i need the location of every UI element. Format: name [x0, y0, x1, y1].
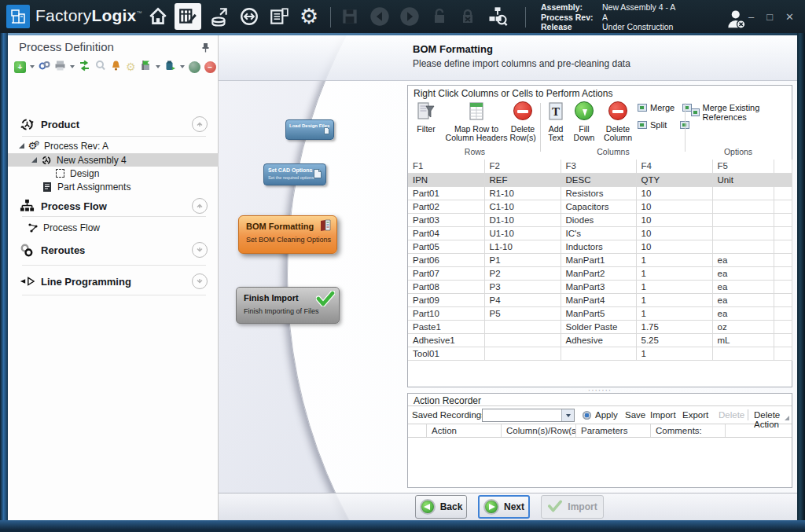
bom-cell[interactable]: [774, 240, 792, 253]
bom-cell[interactable]: [774, 253, 792, 266]
flag-dropdown-caret[interactable]: [156, 65, 160, 68]
collapse-up-icon[interactable]: [192, 116, 208, 132]
bom-cell[interactable]: [712, 347, 774, 360]
step-card-set-cad-options[interactable]: Set CAD Options Set the required options: [263, 163, 326, 185]
bom-cell[interactable]: Solder Paste: [561, 320, 636, 333]
tree-item-new-assembly[interactable]: New Assembly 4: [8, 153, 219, 167]
expander-icon[interactable]: [19, 143, 24, 149]
delete-recording-button[interactable]: Delete: [719, 410, 744, 420]
process-definition-tab-icon[interactable]: [175, 3, 201, 30]
bom-cell[interactable]: [774, 280, 792, 293]
tree-section-line-programming[interactable]: Line Programming: [8, 271, 219, 292]
bom-data-row[interactable]: Part03D1-10Diodes10: [408, 213, 792, 226]
bom-cell[interactable]: [712, 186, 774, 200]
tree-item-process-flow[interactable]: Process Flow: [8, 221, 219, 234]
import-button-disabled[interactable]: Import: [541, 495, 604, 519]
comments-column-header[interactable]: Comments:: [651, 424, 726, 437]
bom-cell[interactable]: [774, 213, 792, 226]
unlock-icon-disabled[interactable]: [426, 3, 453, 30]
split-button[interactable]: Split: [638, 120, 689, 130]
bom-cell[interactable]: 1: [636, 293, 712, 306]
settings-gear-icon[interactable]: ⚙: [296, 3, 322, 30]
bom-cell[interactable]: L1-10: [484, 240, 561, 253]
add-dropdown-caret[interactable]: [30, 65, 35, 68]
combobox-dropdown-icon[interactable]: [561, 409, 574, 421]
bom-cell[interactable]: Part09: [408, 293, 484, 306]
bom-cell[interactable]: P3: [484, 280, 561, 293]
delete-column-button[interactable]: Delete Column: [600, 101, 636, 142]
bom-cell[interactable]: ea: [712, 293, 774, 306]
bom-cell[interactable]: [774, 320, 792, 333]
delete-rows-button[interactable]: Delete Row(s): [507, 101, 539, 142]
expander-grip-icon[interactable]: [785, 416, 789, 420]
bom-cell[interactable]: Part05: [408, 240, 484, 253]
action-column-header[interactable]: Action: [427, 424, 502, 437]
pin-icon[interactable]: [201, 42, 210, 56]
redo-icon-disabled[interactable]: [396, 3, 423, 30]
sync-icon[interactable]: [79, 60, 90, 75]
bom-cell[interactable]: Part01: [408, 186, 484, 200]
reports-icon[interactable]: [266, 3, 292, 30]
fill-down-button[interactable]: Fill Down: [570, 101, 598, 142]
options-gear-icon-disabled[interactable]: ⚙: [126, 61, 136, 73]
bom-cell[interactable]: [774, 200, 792, 213]
bom-cell[interactable]: [774, 186, 792, 200]
bom-data-row[interactable]: Paste1Solder Paste1.75oz: [408, 320, 792, 333]
bom-cell[interactable]: Paste1: [408, 320, 484, 333]
bom-data-row[interactable]: Part10P5ManPart51ea: [408, 306, 792, 320]
bom-cell[interactable]: 1: [636, 266, 712, 280]
add-icon[interactable]: +: [14, 61, 26, 73]
bom-cell[interactable]: [712, 226, 774, 240]
bom-cell[interactable]: [774, 347, 792, 360]
bom-data-row[interactable]: Part06P1ManPart11ea: [408, 253, 792, 266]
bom-cell[interactable]: [484, 320, 561, 333]
stop-icon[interactable]: –: [204, 61, 216, 73]
bom-cell[interactable]: Part03: [408, 213, 484, 226]
bom-cell[interactable]: P2: [484, 266, 561, 280]
lock-cancel-icon-disabled[interactable]: [454, 3, 481, 30]
splitter-handle[interactable]: [407, 387, 792, 393]
bom-cell[interactable]: P1: [484, 253, 561, 266]
transfer-icon[interactable]: [236, 3, 263, 30]
bom-cell[interactable]: ManPart5: [561, 306, 636, 320]
bom-cell[interactable]: 10: [636, 200, 712, 213]
tree-item-design[interactable]: Design: [8, 167, 219, 180]
bom-cell[interactable]: R1-10: [484, 186, 561, 200]
bom-cell[interactable]: 1: [636, 280, 712, 293]
bom-cell[interactable]: [774, 293, 792, 306]
export-package-icon[interactable]: [164, 60, 176, 75]
tree-item-part-assignments[interactable]: Part Assignments: [8, 180, 219, 193]
bom-cell[interactable]: Part02: [408, 200, 484, 213]
tree-section-process-flow[interactable]: Process Flow: [8, 196, 219, 216]
bom-cell[interactable]: 1: [636, 347, 712, 360]
bom-cell[interactable]: 5.25: [636, 333, 712, 347]
bom-cell[interactable]: ManPart2: [561, 266, 636, 280]
mapped-header-row[interactable]: IPNREFDESCQTYUnit: [408, 173, 792, 186]
bom-cell[interactable]: Diodes: [561, 213, 636, 226]
back-button[interactable]: Back: [415, 495, 467, 519]
merge-button[interactable]: Merge: [638, 103, 692, 112]
bom-data-row[interactable]: Part02C1-10Capacitors10: [408, 200, 792, 213]
next-button[interactable]: Next: [478, 495, 530, 519]
step-card-load-design-files[interactable]: Load Design Files: [285, 119, 334, 140]
bom-data-row[interactable]: Part08P3ManPart31ea: [408, 280, 792, 293]
bom-cell[interactable]: Part10: [408, 306, 484, 320]
columns-rows-column-header[interactable]: Column(s)/Row(s)...: [502, 424, 576, 437]
minimize-button[interactable]: –: [748, 11, 754, 23]
bom-cell[interactable]: 1.75: [636, 320, 712, 333]
collapse-up-icon[interactable]: [192, 198, 208, 214]
export-dropdown-caret[interactable]: [180, 65, 185, 68]
field-header-row[interactable]: F1F2F3F4F5: [408, 160, 792, 173]
collapse-down-icon[interactable]: [192, 242, 208, 258]
bom-data-row[interactable]: Part07P2ManPart21ea: [408, 266, 792, 280]
start-icon[interactable]: [189, 61, 200, 73]
bom-cell[interactable]: ea: [712, 266, 774, 280]
preview-icon-disabled[interactable]: [94, 60, 106, 75]
bom-data-row[interactable]: Adhesive1Adhesive5.25mL: [408, 333, 792, 347]
import-recording-button[interactable]: Import: [650, 410, 676, 420]
bom-cell[interactable]: [774, 333, 792, 347]
save-recording-button[interactable]: Save: [625, 410, 645, 420]
bom-data-row[interactable]: Part05L1-10Inductors10: [408, 240, 792, 253]
add-text-button[interactable]: T Add Text: [543, 101, 568, 142]
bom-cell[interactable]: P4: [484, 293, 561, 306]
